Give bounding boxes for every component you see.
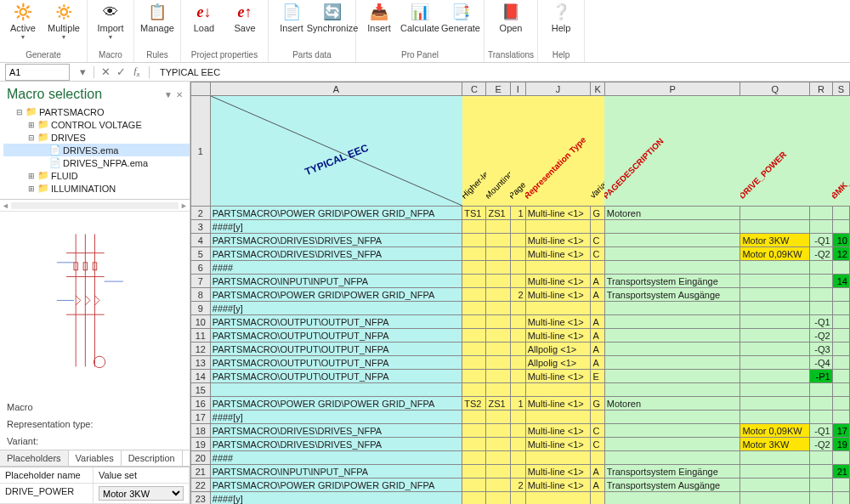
cell-P10[interactable]	[604, 315, 740, 329]
cell-K22[interactable]: A	[591, 479, 604, 492]
cell-C7[interactable]	[462, 275, 486, 288]
cell-I2[interactable]: 1	[510, 207, 525, 220]
cell-J16[interactable]: Multi-line <1>	[525, 397, 591, 411]
cell-A17[interactable]: ####[y]	[210, 411, 462, 424]
open-btn[interactable]: 📕Open	[491, 0, 530, 50]
cell-I3[interactable]	[510, 220, 525, 234]
cell-R7[interactable]	[810, 275, 832, 288]
cell-E6[interactable]	[486, 261, 510, 275]
cell-S6[interactable]	[832, 261, 849, 275]
import-btn[interactable]: 👁Import▼	[91, 0, 130, 50]
cell-S15[interactable]	[832, 383, 849, 397]
col-header-I[interactable]: I	[510, 82, 525, 96]
cell-S21[interactable]: 21	[832, 465, 849, 479]
cell-R19[interactable]: -Q2	[810, 438, 832, 451]
tab-placeholders[interactable]: Placeholders	[0, 450, 69, 466]
cell-J3[interactable]	[525, 220, 591, 234]
cell-K17[interactable]	[591, 411, 604, 424]
multiple-btn[interactable]: 🔅Multiple▼	[44, 0, 83, 50]
cell-A22[interactable]: PARTSMACRO\POWER GRID\POWER GRID_NFPA	[210, 479, 462, 492]
cell-R6[interactable]	[810, 261, 832, 275]
cell-S16[interactable]	[832, 397, 849, 411]
cell-K10[interactable]: A	[591, 315, 604, 329]
cell-J19[interactable]: Multi-line <1>	[525, 438, 591, 451]
cell-J2[interactable]: Multi-line <1>	[525, 207, 591, 220]
tree-node[interactable]: 📄DRIVES.ema	[3, 144, 190, 156]
cell-K15[interactable]	[591, 383, 604, 397]
tab-variables[interactable]: Variables	[69, 450, 122, 466]
row-header-21[interactable]: 21	[191, 465, 211, 479]
cell-R8[interactable]	[810, 288, 832, 302]
row-header-4[interactable]: 4	[191, 234, 211, 247]
cell-I13[interactable]	[510, 356, 525, 370]
row-header-13[interactable]: 13	[191, 356, 211, 370]
cell-A16[interactable]: PARTSMACRO\POWER GRID\POWER GRID_NFPA	[210, 397, 462, 411]
cell-P12[interactable]	[604, 343, 740, 356]
cell-R13[interactable]: -Q4	[810, 356, 832, 370]
cell-E2[interactable]: ZS1	[486, 207, 510, 220]
cell-A11[interactable]: PARTSMACRO\OUTPUT\OUTPUT_NFPA	[210, 329, 462, 343]
col-header-K[interactable]: K	[591, 82, 604, 96]
cell-I5[interactable]	[510, 247, 525, 261]
cell-I23[interactable]	[510, 492, 525, 505]
col-header-E[interactable]: E	[486, 82, 510, 96]
cell-P20[interactable]	[604, 451, 740, 465]
cell-E4[interactable]	[486, 234, 510, 247]
cell-C8[interactable]	[462, 288, 486, 302]
cell-E18[interactable]	[486, 424, 510, 438]
spreadsheet-grid[interactable]: ACEIJKPQRS1TYPICAL EECHigher-level funct…	[190, 82, 850, 504]
cell-Q3[interactable]	[740, 220, 810, 234]
cell-P15[interactable]	[604, 383, 740, 397]
cell-K19[interactable]: C	[591, 438, 604, 451]
cell-R17[interactable]	[810, 411, 832, 424]
cell-S9[interactable]	[832, 302, 849, 315]
row-header-11[interactable]: 11	[191, 329, 211, 343]
cell-R9[interactable]	[810, 302, 832, 315]
row-header-6[interactable]: 6	[191, 261, 211, 275]
ph-value-select[interactable]: Motor 3KW	[99, 486, 184, 501]
accept-formula-icon[interactable]: ✓	[113, 65, 128, 78]
cell-P2[interactable]: Motoren	[604, 207, 740, 220]
cell-C15[interactable]	[462, 383, 486, 397]
cell-C2[interactable]: TS1	[462, 207, 486, 220]
cell-Q5[interactable]: Motor 0,09KW	[740, 247, 810, 261]
cell-S14[interactable]	[832, 370, 849, 383]
cell-reference-box[interactable]	[5, 64, 70, 81]
macro-tree[interactable]: ⊟📁PARTSMACRO⊞📁CONTROL VOLTAGE⊟📁DRIVES📄DR…	[0, 104, 190, 199]
cell-J17[interactable]	[525, 411, 591, 424]
row-header-9[interactable]: 9	[191, 302, 211, 315]
cell-J21[interactable]: Multi-line <1>	[525, 465, 591, 479]
cell-S13[interactable]	[832, 356, 849, 370]
tree-node[interactable]: ⊞📁FLUID	[3, 169, 190, 182]
manage-btn[interactable]: 📋Manage	[138, 0, 177, 50]
cell-P8[interactable]: Transportsystem Ausgänge	[604, 288, 740, 302]
cell-R11[interactable]: -Q2	[810, 329, 832, 343]
cell-I8[interactable]: 2	[510, 288, 525, 302]
cell-K3[interactable]	[591, 220, 604, 234]
cell-C4[interactable]	[462, 234, 486, 247]
insert-parts-btn[interactable]: 📄Insert	[272, 0, 311, 50]
cell-Q21[interactable]	[740, 465, 810, 479]
cell-A12[interactable]: PARTSMACRO\OUTPUT\OUTPUT_NFPA	[210, 343, 462, 356]
cell-Q11[interactable]	[740, 329, 810, 343]
cell-I16[interactable]: 1	[510, 397, 525, 411]
cell-C21[interactable]	[462, 465, 486, 479]
cell-J8[interactable]: Multi-line <1>	[525, 288, 591, 302]
cell-S19[interactable]: 19	[832, 438, 849, 451]
cell-I20[interactable]	[510, 451, 525, 465]
col-header-J[interactable]: J	[525, 82, 591, 96]
cell-E5[interactable]	[486, 247, 510, 261]
cell-K4[interactable]: C	[591, 234, 604, 247]
cell-Q16[interactable]	[740, 397, 810, 411]
row-header-7[interactable]: 7	[191, 275, 211, 288]
cell-I12[interactable]	[510, 343, 525, 356]
cell-C20[interactable]	[462, 451, 486, 465]
cell-P5[interactable]	[604, 247, 740, 261]
cell-P4[interactable]	[604, 234, 740, 247]
cell-P19[interactable]	[604, 438, 740, 451]
cell-P21[interactable]: Transportsystem Eingänge	[604, 465, 740, 479]
active-btn[interactable]: 🔆Active▼	[3, 0, 42, 50]
cell-R15[interactable]	[810, 383, 832, 397]
cell-A8[interactable]: PARTSMACRO\POWER GRID\POWER GRID_NFPA	[210, 288, 462, 302]
cell-dropdown-icon[interactable]: ▾	[75, 65, 90, 78]
